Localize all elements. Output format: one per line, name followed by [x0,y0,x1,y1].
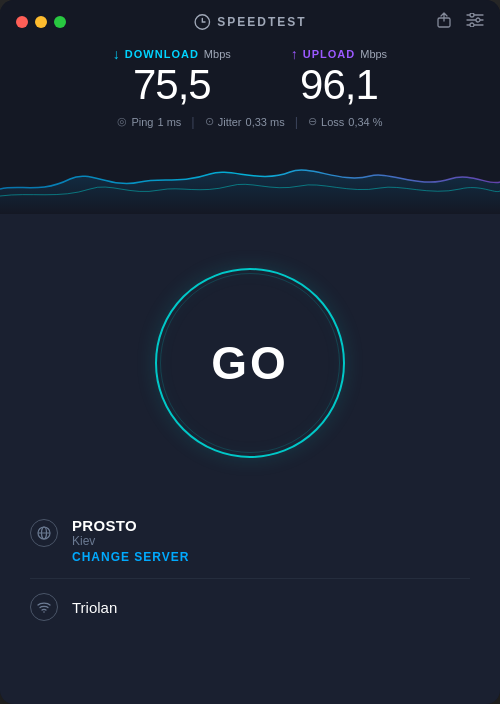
ping-value: 1 ms [157,116,181,128]
ping-metric: ◎ Ping 1 ms [107,115,191,128]
change-server-button[interactable]: CHANGE SERVER [72,550,189,564]
svg-point-7 [470,23,474,27]
server-globe-icon [30,519,58,547]
stats-section: ↓ DOWNLOAD Mbps 75,5 ↑ UPLOAD Mbps 96,1 … [0,40,500,139]
app-title: SPEEDTEST [217,15,306,29]
loss-icon: ⊖ [308,115,317,128]
server-location: Kiev [72,534,189,548]
settings-icon[interactable] [466,13,484,31]
maximize-button[interactable] [54,16,66,28]
download-unit: Mbps [204,48,231,60]
metrics-row: ◎ Ping 1 ms | ⊙ Jitter 0,33 ms | ⊖ Loss … [20,114,480,129]
wave-graph [0,134,500,214]
upload-block: ↑ UPLOAD Mbps 96,1 [291,46,387,106]
download-label: DOWNLOAD [125,48,199,60]
jitter-value: 0,33 ms [246,116,285,128]
loss-label: Loss [321,116,344,128]
server-row: PROSTO Kiev CHANGE SERVER [30,503,470,579]
main-content: GO PROSTO Kiev CHANGE SERVER [0,214,500,704]
upload-label: UPLOAD [303,48,355,60]
svg-point-5 [470,13,474,17]
speed-row: ↓ DOWNLOAD Mbps 75,5 ↑ UPLOAD Mbps 96,1 [20,46,480,106]
upload-unit: Mbps [360,48,387,60]
share-icon[interactable] [436,12,452,32]
upload-value: 96,1 [291,64,387,106]
traffic-lights [16,16,66,28]
download-label-row: ↓ DOWNLOAD Mbps [113,46,231,62]
minimize-button[interactable] [35,16,47,28]
wifi-icon [30,593,58,621]
svg-point-11 [43,611,45,613]
download-value: 75,5 [113,64,231,106]
upload-arrow-icon: ↑ [291,46,298,62]
speedtest-logo-icon [193,13,211,31]
app-title-container: SPEEDTEST [193,13,306,31]
go-button[interactable]: GO [155,268,345,458]
server-name: PROSTO [72,517,189,534]
go-label: GO [211,336,289,390]
ping-icon: ◎ [117,115,127,128]
title-bar: SPEEDTEST [0,0,500,40]
jitter-metric: ⊙ Jitter 0,33 ms [195,115,295,128]
ping-label: Ping [131,116,153,128]
download-arrow-icon: ↓ [113,46,120,62]
upload-label-row: ↑ UPLOAD Mbps [291,46,387,62]
server-details: PROSTO Kiev CHANGE SERVER [72,517,189,564]
download-block: ↓ DOWNLOAD Mbps 75,5 [113,46,231,106]
go-button-container: GO [150,263,350,463]
svg-point-6 [476,18,480,22]
app-window: SPEEDTEST [0,0,500,704]
loss-value: 0,34 % [348,116,382,128]
title-actions [436,12,484,32]
bottom-info: PROSTO Kiev CHANGE SERVER Triolan [0,503,500,635]
jitter-icon: ⊙ [205,115,214,128]
jitter-label: Jitter [218,116,242,128]
isp-row: Triolan [30,579,470,635]
close-button[interactable] [16,16,28,28]
loss-metric: ⊖ Loss 0,34 % [298,115,393,128]
isp-name: Triolan [72,599,117,616]
